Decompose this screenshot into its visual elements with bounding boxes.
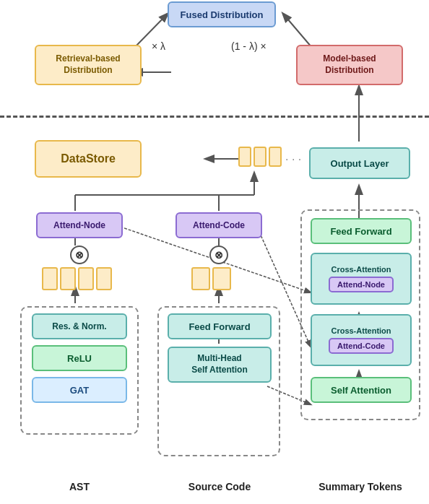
gat-node: GAT [32, 377, 127, 403]
self-attention-node: Self Attention [311, 377, 412, 403]
cross-attention-node-container: Cross-Attention Attend-Node [311, 253, 412, 305]
summary-tokens-label: Summary Tokens [300, 481, 420, 492]
attend-node-inner: Attend-Node [329, 277, 394, 292]
ast-label: AST [47, 481, 112, 492]
cross-attention-code-box: Cross-Attention Attend-Code [311, 314, 412, 366]
attend-node-left: Attend-Node [36, 212, 123, 238]
lambda-label: × λ [152, 40, 165, 52]
attend-code-inner: Attend-Code [329, 338, 394, 354]
vector-blocks: . . . [238, 147, 301, 167]
circle-x-mid: ⊗ [209, 246, 228, 264]
attend-code-mid: Attend-Code [176, 212, 262, 238]
cross-attention-node-box: Cross-Attention Attend-Node [311, 253, 412, 305]
output-layer-node: Output Layer [309, 147, 410, 179]
blocks-mid [191, 267, 231, 290]
model-distribution-node: Model-basedDistribution [296, 45, 403, 85]
circle-x-left: ⊗ [70, 246, 89, 264]
cross-attention-code-container: Cross-Attention Attend-Code [311, 314, 412, 366]
feed-forward-mid: Feed Forward [168, 313, 272, 339]
retrieval-distribution-node: Retrieval-basedDistribution [35, 45, 142, 85]
fused-distribution-node: Fused Distribution [168, 1, 276, 27]
source-code-label: Source Code [168, 481, 272, 492]
multi-head-node: Multi-HeadSelf Attention [168, 347, 272, 383]
res-norm-node: Res. & Norm. [32, 313, 127, 339]
datastore-node: DataStore [35, 140, 142, 178]
diagram: Fused Distribution Retrieval-basedDistri… [0, 0, 429, 504]
blocks-left [42, 267, 112, 290]
svg-line-1 [283, 14, 312, 48]
relu-node: ReLU [32, 345, 127, 371]
one-minus-lambda-label: (1 - λ) × [231, 40, 266, 52]
feed-forward-right: Feed Forward [311, 218, 412, 244]
separator-line [0, 116, 429, 118]
